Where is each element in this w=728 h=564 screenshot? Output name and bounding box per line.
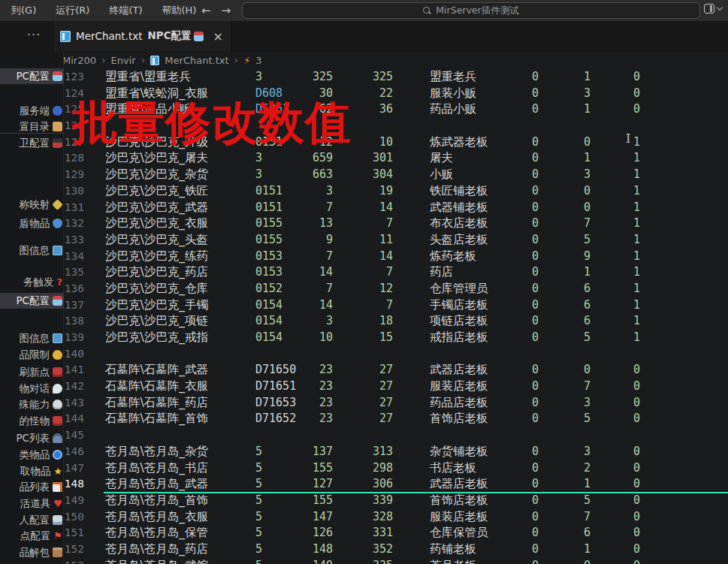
npc-script-path[interactable]: 沙巴克\沙巴克_项链 [105,313,208,330]
npc-script-path[interactable]: 盟重省\盟重老兵 [105,69,191,86]
sidebar-item-23[interactable]: 品解包 [0,544,64,560]
npc-title[interactable]: 布衣店老板 [430,216,488,232]
line-number[interactable]: 130 [64,183,84,200]
npc-y-coord[interactable]: 331 [334,525,393,541]
npc-script-path[interactable]: 沙巴克\沙巴克_练药 [105,249,208,265]
npc-param-1[interactable]: 0 [510,264,539,281]
sidebar-item-8[interactable]: 务触发? [0,274,64,290]
npc-title[interactable]: 武器铺老板 [430,200,488,216]
sidebar-item-19[interactable]: 品列表 [0,479,64,495]
editor-line-129[interactable]: 129沙巴克\沙巴克_杂货3663304小贩031 [64,167,728,183]
npc-title[interactable]: 项链店老板 [430,313,488,330]
npc-param-1[interactable]: 0 [510,69,539,86]
sidebar-item-1[interactable]: PC配置 [0,68,64,84]
npc-param-2[interactable]: 6 [562,281,591,297]
menu-goto[interactable]: 到(G) [2,0,46,21]
menu-terminal[interactable]: 终端(T) [99,0,152,21]
npc-param-1[interactable]: 0 [510,460,539,477]
npc-param-2[interactable]: 5 [562,411,591,427]
npc-param-1[interactable]: 0 [510,541,539,558]
breadcrumb-symbol[interactable]: 3 [255,55,261,66]
line-number[interactable]: 132 [64,216,84,232]
editor-line-150[interactable]: 150苍月岛\苍月岛_衣服5147328服装店老板070 [64,509,728,526]
line-number[interactable]: 129 [64,167,84,183]
sidebar-item-4[interactable]: 卫配置 [0,135,64,151]
back-arrow-icon[interactable]: ← [201,4,211,17]
editor-line-143[interactable]: 143石墓阵\石墓阵_药店D716532327药品店老板030 [64,395,728,412]
npc-y-coord[interactable]: 301 [334,150,393,167]
npc-param-1[interactable]: 0 [510,281,539,297]
npc-param-2[interactable]: 0 [562,362,591,379]
npc-y-coord[interactable]: 14 [334,249,393,265]
editor-line-146[interactable]: 146苍月岛\苍月岛_杂货5137313杂货铺老板030 [64,444,728,460]
sidebar-item-16[interactable]: PC列表 [0,430,64,446]
npc-script-path[interactable]: 石墓阵\石墓阵_药店 [105,395,208,412]
npc-script-path[interactable]: 石墓阵\石墓阵_首饰 [105,411,208,427]
line-number[interactable]: 133 [64,232,84,249]
line-number[interactable]: 134 [64,249,84,265]
npc-param-1[interactable]: 0 [510,362,539,379]
npc-map-id[interactable]: 3 [255,69,262,86]
npc-x-coord[interactable]: 137 [274,444,333,460]
npc-param-1[interactable]: 0 [510,200,539,216]
npc-y-coord[interactable]: 14 [334,200,393,216]
npc-param-1[interactable]: 0 [510,411,539,427]
npc-map-id[interactable]: 5 [255,476,262,493]
npc-x-coord[interactable]: 3 [274,183,333,200]
npc-param-2[interactable]: 9 [562,249,591,265]
npc-title[interactable]: 药品小贩 [430,101,476,118]
more-actions-button[interactable]: ··· [27,28,41,42]
npc-y-coord[interactable]: 12 [334,281,393,297]
npc-map-id[interactable]: 5 [255,460,262,477]
npc-script-path[interactable]: 沙巴克\沙巴克_铁匠 [105,183,208,200]
npc-param-2[interactable]: 7 [562,216,591,232]
npc-x-coord[interactable]: 7 [274,200,333,216]
npc-y-coord[interactable]: 18 [334,313,393,330]
npc-param-2[interactable]: 0 [562,558,591,564]
sidebar-item-9[interactable]: PC配置 [0,293,64,309]
editor-line-128[interactable]: 128沙巴克\沙巴克_屠夫3659301屠夫011 [64,150,728,167]
npc-y-coord[interactable]: 7 [334,297,393,314]
npc-param-2[interactable]: 1 [562,150,591,167]
npc-y-coord[interactable]: 306 [334,476,393,493]
npc-param-1[interactable]: 0 [510,379,539,395]
npc-param-3[interactable]: 0 [612,69,640,86]
line-number[interactable]: 138 [64,313,84,330]
sidebar-item-2[interactable]: 服务端 [0,103,64,119]
breadcrumb-mir200[interactable]: Mir200 [62,55,96,66]
npc-param-2[interactable]: 0 [562,134,591,151]
npc-script-path[interactable]: 沙巴克\沙巴克_戒指 [105,330,208,346]
npc-script-path[interactable]: 沙巴克\沙巴克_药店 [105,264,208,281]
npc-y-coord[interactable]: 15 [334,330,393,346]
npc-param-1[interactable]: 0 [510,216,539,232]
npc-script-path[interactable]: 石墓阵\石墓阵_衣服 [105,379,208,395]
editor-line-134[interactable]: 134沙巴克\沙巴克_练药0153714炼药老板091 [64,249,728,265]
npc-param-3[interactable]: 1 [612,232,640,249]
editor-line-140[interactable]: 140 [64,346,728,363]
npc-param-2[interactable]: 5 [562,493,591,509]
line-number[interactable]: 149 [64,493,84,509]
npc-x-coord[interactable]: 14 [274,264,333,281]
sidebar-item-3[interactable]: 置目录 [0,119,64,134]
npc-x-coord[interactable]: 127 [274,476,333,493]
npc-param-2[interactable]: 3 [562,395,591,412]
npc-param-1[interactable]: 0 [510,313,539,330]
npc-param-3[interactable]: 1 [612,330,640,346]
line-number[interactable]: 123 [64,69,84,86]
npc-param-3[interactable]: 1 [612,200,640,216]
line-number[interactable]: 147 [64,460,84,477]
sidebar-item-6[interactable]: 盾物品 [0,216,64,231]
npc-title[interactable]: 铁匠铺老板 [430,183,488,200]
editor-line-133[interactable]: 133沙巴克\沙巴克_头盔0155911头盔店老板051 [64,232,728,249]
editor-line-151[interactable]: 151苍月岛\苍月岛_保管5126331仓库保管员060 [64,525,728,541]
line-number[interactable]: 144 [64,411,84,427]
npc-param-1[interactable]: 0 [510,297,539,314]
npc-title[interactable]: 药店 [430,264,453,281]
npc-y-coord[interactable]: 27 [334,411,393,427]
npc-param-3[interactable]: 1 [612,313,640,330]
npc-y-coord[interactable]: 298 [334,460,393,477]
tab-close-icon[interactable]: × [213,29,223,44]
npc-x-coord[interactable]: 13 [274,216,333,232]
npc-param-2[interactable]: 1 [562,101,591,118]
npc-param-1[interactable]: 0 [510,509,539,526]
